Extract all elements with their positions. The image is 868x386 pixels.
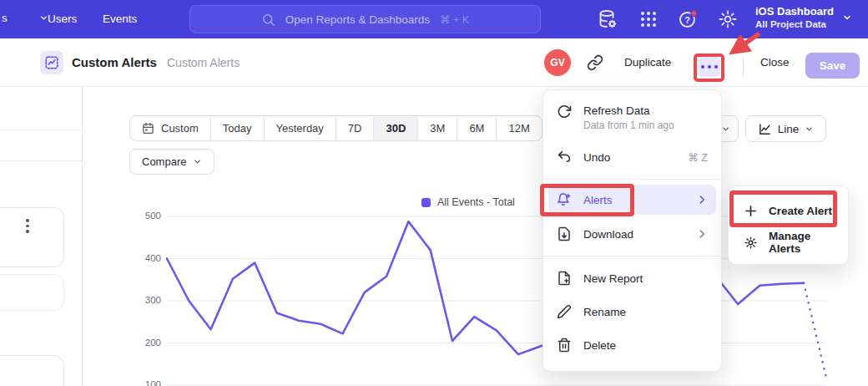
series-line-projected xyxy=(804,283,826,378)
date-range-6m[interactable]: 6M xyxy=(457,116,496,140)
apps-grid-icon[interactable] xyxy=(638,9,659,29)
pencil-icon xyxy=(557,304,572,319)
date-range-label: 7D xyxy=(348,122,362,135)
date-range-7d[interactable]: 7D xyxy=(336,116,374,140)
sidebar-divider xyxy=(0,130,82,130)
y-tick-label: 500 xyxy=(128,211,161,221)
chevron-right-icon xyxy=(696,194,708,206)
menu-label: Delete xyxy=(583,339,616,352)
menu-item-new-report[interactable]: New Report xyxy=(543,262,721,295)
menu-label: Download xyxy=(583,228,633,241)
nav-boards-partial[interactable]: s xyxy=(2,12,48,24)
menu-label: Rename xyxy=(583,306,626,318)
date-range-12m[interactable]: 12M xyxy=(496,116,541,140)
search-placeholder: Open Reports & Dashboards xyxy=(285,13,430,26)
menu-label: Undo xyxy=(583,151,610,164)
submenu-label: Manage Alerts xyxy=(769,230,833,255)
menu-item-download[interactable]: Download xyxy=(543,217,721,251)
y-tick-label: 400 xyxy=(128,253,161,263)
new-report-icon xyxy=(557,271,572,286)
menu-sublabel: Data from 1 min ago xyxy=(583,119,674,131)
top-navbar: s Users Events Open Reports & Dashboards… xyxy=(0,0,868,38)
chevron-right-icon xyxy=(696,228,708,240)
search-icon xyxy=(261,13,275,27)
compare-button[interactable]: Compare xyxy=(129,149,214,175)
data-sources-icon[interactable] xyxy=(598,9,618,29)
project-selector[interactable]: iOS Dashboard All Project Data xyxy=(755,5,852,30)
help-icon[interactable]: ? xyxy=(678,9,698,29)
undo-icon xyxy=(557,150,572,165)
alerts-submenu: Create Alert Manage Alerts xyxy=(728,185,849,265)
menu-divider xyxy=(543,256,721,256)
trash-icon xyxy=(557,338,572,353)
duplicate-button[interactable]: Duplicate xyxy=(624,56,671,69)
chevron-down-icon xyxy=(842,13,852,23)
save-button[interactable]: Save xyxy=(805,53,860,79)
line-chart-icon xyxy=(758,122,772,136)
settings-icon[interactable] xyxy=(718,9,738,29)
menu-item-alerts[interactable]: Alerts xyxy=(548,185,716,215)
menu-label: New Report xyxy=(583,272,643,285)
copy-link-icon[interactable] xyxy=(587,54,603,71)
menu-label: Refresh Data xyxy=(583,104,674,117)
download-icon xyxy=(557,226,572,241)
sidebar-card xyxy=(0,355,64,386)
submenu-item-create-alert[interactable]: Create Alert xyxy=(729,195,848,226)
y-tick-label: 300 xyxy=(128,295,161,305)
chevron-down-icon xyxy=(805,124,814,134)
date-range-custom[interactable]: Custom xyxy=(130,116,210,140)
chart-legend[interactable]: All Events - Total xyxy=(421,196,515,208)
menu-item-delete[interactable]: Delete xyxy=(543,328,721,362)
chart-type-label: Line xyxy=(778,123,800,135)
calendar-icon xyxy=(142,122,154,135)
submenu-label: Create Alert xyxy=(769,205,832,217)
search-input[interactable]: Open Reports & Dashboards ⌘ + K xyxy=(189,5,541,33)
kebab-menu-icon[interactable] xyxy=(26,219,29,233)
project-name: iOS Dashboard xyxy=(755,5,834,18)
legend-label: All Events - Total xyxy=(437,196,515,208)
date-range-label: Today xyxy=(223,122,252,135)
menu-label: Alerts xyxy=(583,194,613,206)
date-range-30d[interactable]: 30D xyxy=(373,116,417,140)
close-button[interactable]: Close xyxy=(760,56,790,69)
chart-type-button[interactable]: Line xyxy=(745,115,826,142)
menu-shortcut: ⌘ Z xyxy=(688,151,708,164)
date-range-label: Yesterday xyxy=(276,122,324,135)
date-range-3m[interactable]: 3M xyxy=(417,116,457,140)
date-range-yesterday[interactable]: Yesterday xyxy=(264,116,336,140)
nav-item-users[interactable]: Users xyxy=(48,13,77,25)
header-divider xyxy=(743,57,744,77)
date-range-label: Custom xyxy=(161,122,199,135)
sidebar-card xyxy=(0,207,64,267)
bell-plus-icon xyxy=(557,192,572,207)
y-tick-label: 200 xyxy=(128,338,161,348)
y-tick-label: 100 xyxy=(128,379,161,386)
sidebar-card xyxy=(0,274,64,311)
menu-item-refresh-data[interactable]: Refresh Data Data from 1 min ago xyxy=(543,97,721,140)
date-range-label: 12M xyxy=(508,122,529,135)
legend-swatch xyxy=(421,198,431,207)
nav-item-events[interactable]: Events xyxy=(103,13,137,25)
menu-divider xyxy=(543,179,721,180)
menu-item-undo[interactable]: Undo ⌘ Z xyxy=(543,140,721,174)
chevron-down-icon xyxy=(193,157,202,166)
menu-item-rename[interactable]: Rename xyxy=(543,295,721,328)
date-range-label: 3M xyxy=(430,122,445,135)
gear-icon xyxy=(744,236,758,250)
date-range-today[interactable]: Today xyxy=(210,116,264,140)
left-sidebar xyxy=(0,87,83,386)
submenu-item-manage-alerts[interactable]: Manage Alerts xyxy=(729,226,848,258)
compare-label: Compare xyxy=(142,155,186,168)
project-subtitle: All Project Data xyxy=(755,18,834,30)
report-header: Custom Alerts Custom Alerts GV Duplicate… xyxy=(0,38,868,87)
date-range-control: CustomTodayYesterday7D30D3M6M12M xyxy=(129,115,542,141)
chevron-down-icon xyxy=(721,124,730,134)
report-icon xyxy=(40,51,63,74)
page-title: Custom Alerts xyxy=(72,55,157,69)
more-options-button[interactable] xyxy=(698,57,720,77)
sidebar-divider xyxy=(0,160,82,161)
avatar[interactable]: GV xyxy=(544,49,571,76)
date-range-label: 6M xyxy=(469,122,484,135)
date-range-label: 30D xyxy=(386,122,406,135)
page-subtitle: Custom Alerts xyxy=(167,56,240,69)
